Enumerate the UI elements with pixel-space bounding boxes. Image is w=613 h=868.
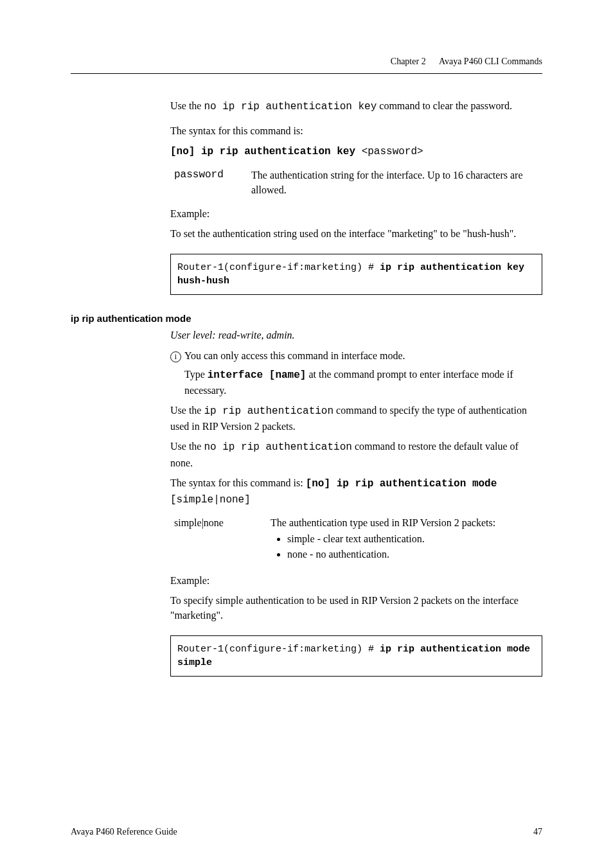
syntax-arg: [simple|none] [170,494,251,506]
text: command to clear the password. [377,100,512,111]
main-content: Use the no ip rip authentication key com… [170,98,542,677]
parameter-row: simple|none The authentication type used… [174,515,542,562]
paragraph: Use the no ip rip authentication key com… [170,98,542,114]
code-prefix: Router-1(configure-if:marketing) # [177,262,380,273]
paragraph: Use the ip rip authentication command to… [170,403,542,434]
parameter-description: The authentication type used in RIP Vers… [271,515,542,562]
code-block: Router-1(configure-if:marketing) # ip ri… [170,254,542,295]
info-note: i You can only access this command in in… [170,348,542,363]
chapter-title: Avaya P460 CLI Commands [439,57,542,66]
example-label: Example: [170,206,542,221]
example-label: Example: [170,573,542,588]
text: Type [184,369,208,380]
parameter-row: password The authentication string for t… [174,168,542,197]
chapter-number: Chapter 2 [391,57,426,66]
example-description: To set the authentication string used on… [170,226,542,241]
header-rule [71,73,542,74]
code-prefix: Router-1(configure-if:marketing) # [177,644,380,655]
text: Use the [170,405,204,416]
page-number: 47 [533,827,542,837]
example-description: To specify simple authentication to be u… [170,593,542,623]
parameter-name: simple|none [174,515,271,530]
paragraph: The syntax for this command is: [170,123,542,138]
syntax-bold: [no] ip rip authentication key [170,146,355,157]
section-heading: ip rip authentication mode [71,313,542,324]
syntax-arg: <password> [355,146,423,157]
text: The authentication type used in RIP Vers… [271,517,495,528]
text: Use the [170,100,204,111]
user-level: User level: read-write, admin. [170,328,542,342]
parameter-description: The authentication string for the interf… [251,168,542,197]
note-continuation: Type interface [name] at the command pro… [184,367,542,398]
syntax-paragraph: The syntax for this command is: [no] ip … [170,475,542,508]
note-text: You can only access this command in inte… [184,348,405,363]
footer-left: Avaya P460 Reference Guide [71,827,177,837]
text: The syntax for this command is: [170,477,306,488]
syntax-line: [no] ip rip authentication key <password… [170,143,542,159]
paragraph: Use the no ip rip authentication command… [170,439,542,470]
page-footer: Avaya P460 Reference Guide 47 [71,827,542,837]
list-item: simple - clear text authentication. [287,531,542,546]
inline-code: no ip rip authentication key [204,101,377,112]
inline-code-bold: interface [name] [208,369,306,381]
inline-code: no ip rip authentication [204,441,351,453]
parameter-name: password [174,168,251,197]
running-header: Chapter 2 Avaya P460 CLI Commands [71,57,542,67]
inline-code: ip rip authentication [204,405,333,417]
list-item: none - no authentication. [287,547,542,562]
code-block: Router-1(configure-if:marketing) # ip ri… [170,635,542,677]
info-icon: i [170,348,184,363]
syntax-bold: [no] ip rip authentication mode [306,478,497,490]
text: Use the [170,441,204,452]
